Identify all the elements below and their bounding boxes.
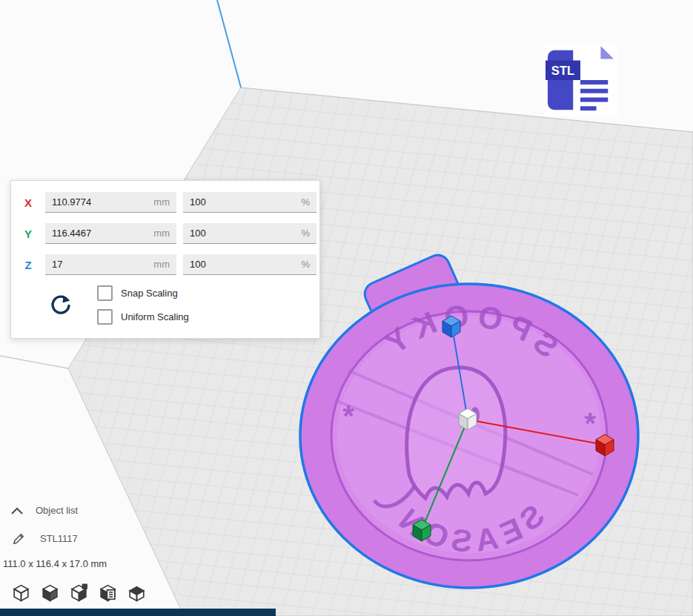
stl-file-icon[interactable]: STL xyxy=(545,44,617,116)
x-axis-label: X xyxy=(11,196,45,209)
uniform-scaling-option[interactable]: Uniform Scaling xyxy=(97,309,189,325)
y-size-unit: mm xyxy=(153,228,176,239)
z-size-unit: mm xyxy=(153,259,176,270)
x-size-input[interactable] xyxy=(45,196,153,208)
stl-file-glyph: STL xyxy=(546,44,617,116)
per-model-settings-icon[interactable] xyxy=(126,583,147,605)
center-scale-handle[interactable] xyxy=(459,408,477,430)
scale-tool-panel: X mm % Y mm % Z mm xyxy=(10,180,320,339)
tool-toolbar xyxy=(10,583,147,605)
y-size-input[interactable] xyxy=(45,228,153,239)
x-percent-input[interactable] xyxy=(183,196,301,208)
model-star-right: * xyxy=(342,400,354,432)
scale-row-y: Y mm % xyxy=(11,223,318,244)
x-scale-handle[interactable] xyxy=(596,434,614,456)
z-scale-handle[interactable] xyxy=(442,316,460,337)
y-scale-handle[interactable] xyxy=(413,520,431,541)
model-star-left: * xyxy=(584,407,596,440)
object-name: STL1117 xyxy=(40,533,78,544)
z-percent-unit: % xyxy=(301,259,316,270)
uniform-scaling-label: Uniform Scaling xyxy=(121,311,189,322)
snap-scaling-option[interactable]: Snap Scaling xyxy=(97,285,189,301)
y-percent-unit: % xyxy=(301,228,316,239)
y-percent-input[interactable] xyxy=(183,228,301,239)
mirror-tool-icon[interactable] xyxy=(97,583,118,605)
reset-scale-button[interactable] xyxy=(48,293,73,318)
scale-row-z: Z mm % xyxy=(11,254,318,275)
reset-icon xyxy=(48,293,73,318)
model-dimensions: 111.0 x 116.4 x 17.0 mm xyxy=(3,558,107,569)
snap-scaling-checkbox[interactable] xyxy=(97,285,113,301)
object-list-toggle[interactable]: Object list xyxy=(10,505,78,516)
move-tool-icon[interactable] xyxy=(10,583,31,605)
snap-scaling-label: Snap Scaling xyxy=(121,288,178,299)
x-percent-unit: % xyxy=(301,196,316,208)
uniform-scaling-checkbox[interactable] xyxy=(97,309,113,325)
scale-row-x: X mm % xyxy=(11,192,318,213)
object-list-label: Object list xyxy=(36,505,78,516)
bottom-bar xyxy=(0,609,276,616)
x-size-unit: mm xyxy=(153,196,176,208)
scale-tool-icon[interactable] xyxy=(39,583,60,605)
object-list-item[interactable]: STL1117 xyxy=(13,532,78,545)
stl-file-label: STL xyxy=(551,64,574,78)
z-size-input[interactable] xyxy=(45,259,153,270)
z-axis-label: Z xyxy=(11,259,45,271)
pencil-icon xyxy=(13,532,25,545)
chevron-up-icon xyxy=(10,506,24,516)
rotate-tool-icon[interactable] xyxy=(68,583,89,605)
z-percent-input[interactable] xyxy=(183,259,301,270)
3d-viewport[interactable]: SPOOKY SEASON * * xyxy=(0,0,693,616)
y-axis-label: Y xyxy=(11,228,45,240)
